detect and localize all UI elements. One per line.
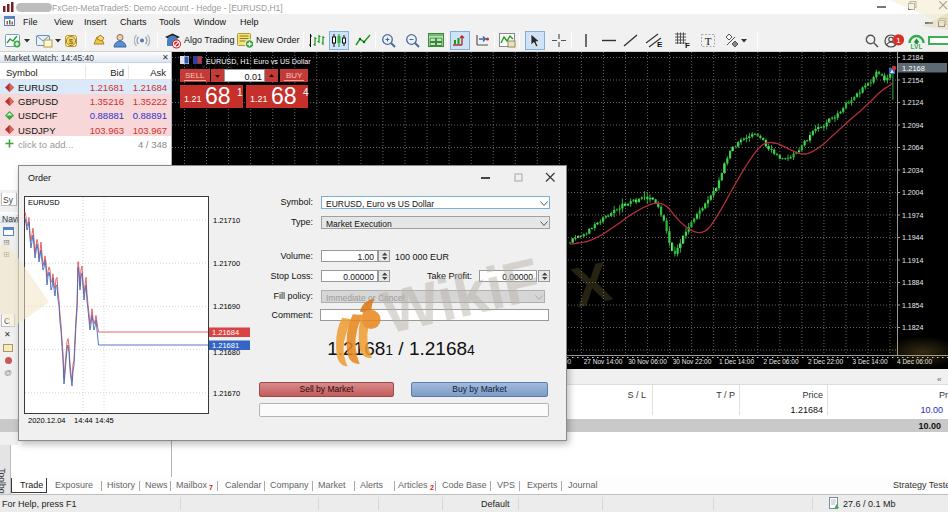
- svg-text:14:45: 14:45: [95, 416, 114, 425]
- svg-text:2 Dec 22:00: 2 Dec 22:00: [808, 358, 843, 365]
- svg-text:30 Nov 22:00: 30 Nov 22:00: [673, 358, 712, 365]
- svg-text:1.21710: 1.21710: [213, 216, 240, 225]
- svg-text:4 Dec 06:00: 4 Dec 06:00: [897, 358, 932, 365]
- svg-text:2 Dec 06:00: 2 Dec 06:00: [763, 358, 798, 365]
- svg-text:27 Nov 14:00: 27 Nov 14:00: [584, 358, 623, 365]
- svg-text:1.2168: 1.2168: [902, 64, 925, 73]
- svg-text:1.2124: 1.2124: [902, 99, 924, 106]
- svg-text:1.2184: 1.2184: [902, 54, 924, 61]
- svg-text:1.2094: 1.2094: [902, 122, 924, 129]
- svg-text:1.2154: 1.2154: [902, 77, 924, 84]
- svg-text:1.2004: 1.2004: [902, 189, 924, 196]
- svg-text:1.1914: 1.1914: [902, 257, 924, 264]
- svg-text:1.21684: 1.21684: [212, 328, 239, 337]
- svg-text:1 Dec 14:00: 1 Dec 14:00: [719, 358, 754, 365]
- svg-text:14:44: 14:44: [74, 416, 93, 425]
- svg-text:2020.12.04: 2020.12.04: [28, 416, 66, 425]
- svg-text:E: E: [657, 40, 663, 49]
- svg-text:1: 1: [896, 36, 901, 45]
- svg-text:T: T: [705, 35, 712, 47]
- svg-text:LVL: LVL: [911, 43, 923, 49]
- svg-text:1.21690: 1.21690: [213, 302, 240, 311]
- svg-text:1.1974: 1.1974: [902, 212, 924, 219]
- svg-text:1.1884: 1.1884: [902, 279, 924, 286]
- svg-text:1.1824: 1.1824: [902, 324, 924, 331]
- svg-text:1.1854: 1.1854: [902, 302, 924, 309]
- svg-text:1.21700: 1.21700: [213, 259, 240, 268]
- svg-text:EURUSD: EURUSD: [28, 198, 60, 207]
- svg-text:30 Nov 06:00: 30 Nov 06:00: [628, 358, 667, 365]
- svg-text:1.21670: 1.21670: [213, 389, 240, 398]
- svg-text:$: $: [69, 37, 74, 46]
- svg-text:1.2034: 1.2034: [902, 167, 924, 174]
- svg-text:3 Dec 14:00: 3 Dec 14:00: [852, 358, 887, 365]
- svg-text:1.1944: 1.1944: [902, 234, 924, 241]
- svg-text:F: F: [685, 41, 690, 49]
- svg-text:1.2064: 1.2064: [902, 144, 924, 151]
